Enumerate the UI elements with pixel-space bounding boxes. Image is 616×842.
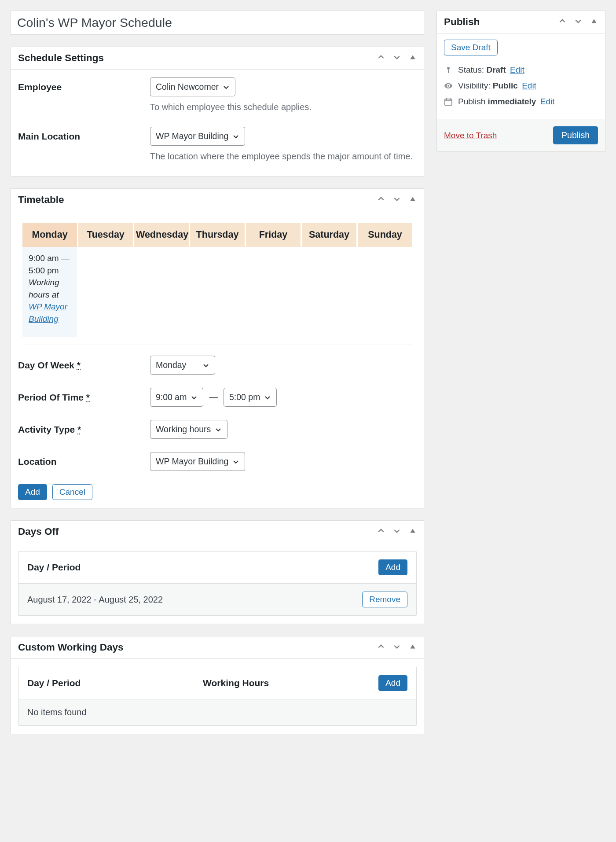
timetable-location-label: Location bbox=[18, 452, 150, 471]
required-indicator: * bbox=[86, 392, 90, 402]
chevron-down-icon bbox=[223, 84, 230, 91]
main-location-select[interactable]: WP Mayor Building bbox=[150, 127, 245, 146]
custom-days-col2: Working Hours bbox=[203, 678, 378, 688]
days-off-row: August 17, 2022 - August 25, 2022 Remove bbox=[18, 584, 416, 615]
timetable-col-monday[interactable]: Monday 9:00 am — 5:00 pm Working hours a… bbox=[22, 223, 77, 337]
required-indicator: * bbox=[77, 424, 81, 434]
triangle-up-icon[interactable] bbox=[409, 527, 417, 537]
chevron-up-icon[interactable] bbox=[377, 195, 385, 205]
chevron-down-icon[interactable] bbox=[574, 17, 582, 27]
day-of-week-select[interactable]: Monday bbox=[150, 356, 215, 375]
period-start-select[interactable]: 9:00 am bbox=[150, 388, 203, 407]
period-separator: — bbox=[208, 392, 219, 402]
timetable-add-button[interactable]: Add bbox=[18, 484, 47, 500]
chevron-down-icon bbox=[232, 133, 239, 140]
publish-date-edit-link[interactable]: Edit bbox=[540, 97, 555, 106]
timetable-cancel-button[interactable]: Cancel bbox=[52, 484, 92, 500]
chevron-down-icon[interactable] bbox=[393, 53, 401, 63]
timetable-col-sunday[interactable]: Sunday bbox=[358, 223, 412, 337]
svg-marker-3 bbox=[410, 644, 415, 648]
period-end-select[interactable]: 5:00 pm bbox=[224, 388, 277, 407]
status-label: Status: bbox=[458, 65, 484, 74]
publish-heading: Publish bbox=[444, 16, 480, 28]
timetable-grid: Monday 9:00 am — 5:00 pm Working hours a… bbox=[18, 219, 417, 345]
custom-days-heading: Custom Working Days bbox=[18, 642, 124, 653]
timetable-location-select[interactable]: WP Mayor Building bbox=[150, 452, 245, 471]
employee-select[interactable]: Colin Newcomer bbox=[150, 77, 235, 96]
chevron-up-icon[interactable] bbox=[377, 53, 385, 63]
timetable-box: Timetable Monday 9:00 am — 5:00 pm Worki bbox=[11, 188, 424, 508]
calendar-icon bbox=[444, 97, 453, 106]
svg-marker-1 bbox=[410, 197, 415, 201]
timetable-day-label: Tuesday bbox=[78, 223, 133, 247]
custom-days-box: Custom Working Days Day / Period Working… bbox=[11, 636, 424, 734]
timetable-entry-location-link[interactable]: WP Mayor Building bbox=[29, 302, 67, 324]
chevron-down-icon[interactable] bbox=[393, 195, 401, 205]
publish-date-row: Publish immediately Edit bbox=[444, 97, 598, 107]
move-to-trash-link[interactable]: Move to Trash bbox=[444, 131, 497, 140]
svg-rect-6 bbox=[448, 69, 449, 73]
chevron-up-icon[interactable] bbox=[558, 17, 566, 27]
day-of-week-value: Monday bbox=[156, 360, 186, 370]
triangle-up-icon[interactable] bbox=[409, 195, 417, 205]
schedule-settings-box: Schedule Settings Employee Colin Newcome… bbox=[11, 47, 424, 176]
main-location-select-value: WP Mayor Building bbox=[156, 131, 228, 141]
timetable-day-label: Monday bbox=[22, 223, 77, 247]
days-off-table: Day / Period Add August 17, 2022 - Augus… bbox=[18, 551, 417, 616]
publish-date-label: Publish bbox=[458, 97, 485, 106]
employee-desc: To which employee this schedule applies. bbox=[150, 101, 417, 114]
timetable-col-wednesday[interactable]: Wednesday bbox=[134, 223, 189, 337]
visibility-label: Visibility: bbox=[458, 81, 491, 90]
svg-marker-2 bbox=[410, 529, 415, 533]
save-draft-button[interactable]: Save Draft bbox=[444, 40, 498, 55]
timetable-col-friday[interactable]: Friday bbox=[246, 223, 301, 337]
triangle-up-icon[interactable] bbox=[590, 17, 598, 27]
timetable-day-label: Wednesday bbox=[134, 223, 189, 247]
visibility-edit-link[interactable]: Edit bbox=[522, 81, 536, 90]
custom-days-header: Custom Working Days bbox=[11, 636, 424, 659]
schedule-settings-header: Schedule Settings bbox=[11, 47, 424, 70]
publish-button[interactable]: Publish bbox=[553, 126, 598, 144]
activity-type-select[interactable]: Working hours bbox=[150, 420, 227, 439]
post-title-input[interactable]: Colin's WP Mayor Schedule bbox=[11, 11, 424, 35]
required-indicator: * bbox=[77, 360, 81, 370]
pin-icon bbox=[444, 66, 453, 74]
days-off-row-value: August 17, 2022 - August 25, 2022 bbox=[27, 595, 362, 605]
chevron-down-icon bbox=[232, 458, 239, 465]
days-off-add-button[interactable]: Add bbox=[378, 559, 407, 575]
days-off-remove-button[interactable]: Remove bbox=[362, 592, 407, 607]
timetable-col-thursday[interactable]: Thursday bbox=[190, 223, 245, 337]
days-off-heading: Days Off bbox=[18, 526, 59, 537]
publish-header: Publish bbox=[437, 11, 605, 33]
status-edit-link[interactable]: Edit bbox=[510, 65, 524, 74]
custom-days-empty-text: No items found bbox=[27, 707, 407, 717]
chevron-down-icon bbox=[202, 362, 209, 369]
visibility-value: Public bbox=[493, 81, 518, 90]
chevron-down-icon[interactable] bbox=[393, 643, 401, 653]
days-off-col-label: Day / Period bbox=[27, 562, 378, 573]
period-end-value: 5:00 pm bbox=[229, 392, 260, 402]
svg-marker-0 bbox=[410, 55, 415, 59]
days-off-box: Days Off Day / Period Add Aug bbox=[11, 520, 424, 624]
triangle-up-icon[interactable] bbox=[409, 53, 417, 63]
publish-visibility-row: Visibility: Public Edit bbox=[444, 81, 598, 91]
custom-days-add-button[interactable]: Add bbox=[378, 675, 407, 691]
triangle-up-icon[interactable] bbox=[409, 643, 417, 653]
custom-days-table: Day / Period Working Hours Add No items … bbox=[18, 667, 417, 726]
chevron-down-icon[interactable] bbox=[393, 527, 401, 537]
timetable-col-tuesday[interactable]: Tuesday bbox=[78, 223, 133, 337]
timetable-entry[interactable]: 9:00 am — 5:00 pm Working hours at WP Ma… bbox=[22, 247, 77, 337]
timetable-day-label: Friday bbox=[246, 223, 301, 247]
chevron-up-icon[interactable] bbox=[377, 527, 385, 537]
svg-rect-8 bbox=[445, 99, 452, 105]
svg-point-7 bbox=[447, 85, 449, 87]
custom-days-empty-row: No items found bbox=[18, 699, 416, 725]
main-location-label: Main Location bbox=[18, 127, 150, 163]
timetable-location-value: WP Mayor Building bbox=[156, 456, 228, 467]
timetable-col-saturday[interactable]: Saturday bbox=[302, 223, 356, 337]
schedule-settings-heading: Schedule Settings bbox=[18, 52, 104, 64]
chevron-up-icon[interactable] bbox=[377, 643, 385, 653]
publish-box: Publish Save Draft Status: Draft Edit bbox=[436, 11, 605, 152]
employee-label: Employee bbox=[18, 77, 150, 114]
divider bbox=[22, 345, 412, 345]
